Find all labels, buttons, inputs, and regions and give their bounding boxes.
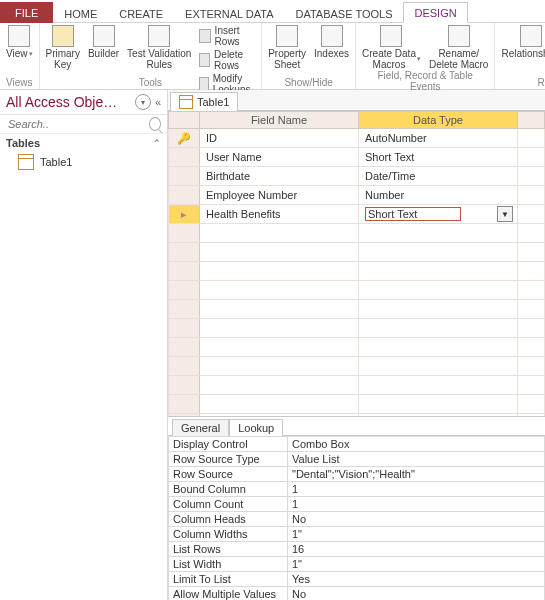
property-row[interactable]: List Rows16 [169,542,545,557]
property-value[interactable]: 1" [288,557,545,572]
macros-icon [380,25,402,47]
property-value[interactable]: 1" [288,527,545,542]
col-description[interactable] [518,112,545,129]
description-cell[interactable] [518,205,545,224]
field-row[interactable]: Birthdate Date/Time [169,167,545,186]
test-icon [148,25,170,47]
nav-menu-button[interactable]: ▾ [135,94,151,110]
search-icon[interactable] [149,117,161,131]
nav-item-table1[interactable]: Table1 [0,152,167,172]
tab-design[interactable]: DESIGN [403,2,467,23]
view-button[interactable]: View▾ [6,25,33,59]
row-selector[interactable] [169,186,200,205]
description-cell[interactable] [518,167,545,186]
property-row[interactable]: Display ControlCombo Box [169,437,545,452]
nav-collapse-button[interactable]: « [155,96,161,108]
field-grid[interactable]: Field Name Data Type 🔑 ID AutoNumber Use… [168,111,545,416]
tab-external-data[interactable]: EXTERNAL DATA [174,3,284,23]
property-row[interactable]: Bound Column1 [169,482,545,497]
row-selector-header [169,112,200,129]
property-name: Column Widths [169,527,288,542]
field-row-empty[interactable] [169,262,545,281]
field-row[interactable]: Employee Number Number [169,186,545,205]
prop-tab-general[interactable]: General [172,419,229,436]
property-value[interactable]: No [288,587,545,601]
property-row[interactable]: Column Widths1" [169,527,545,542]
data-type-cell[interactable]: Short Text [359,148,518,167]
property-value[interactable]: Value List [288,452,545,467]
data-type-cell[interactable]: Number [359,186,518,205]
property-value[interactable]: "Dental";"Vision";"Health" [288,467,545,482]
property-row[interactable]: Column HeadsNo [169,512,545,527]
data-type-cell[interactable]: AutoNumber [359,129,518,148]
dropdown-button[interactable]: ▼ [497,206,513,222]
create-data-macros-button[interactable]: Create Data Macros▾ [362,25,421,70]
indexes-button[interactable]: Indexes [314,25,349,59]
field-row-empty[interactable] [169,357,545,376]
field-row[interactable]: 🔑 ID AutoNumber [169,129,545,148]
data-type-cell[interactable]: Short Text▼ [359,205,518,224]
field-row-empty[interactable] [169,224,545,243]
doc-tab-table1[interactable]: Table1 [170,92,238,111]
field-row-empty[interactable] [169,281,545,300]
col-data-type[interactable]: Data Type [359,112,518,129]
nav-category-tables[interactable]: Tables⌃ [0,134,167,152]
field-name-cell[interactable]: ID [200,129,359,148]
field-name-cell[interactable]: Employee Number [200,186,359,205]
property-row[interactable]: Column Count1 [169,497,545,512]
property-value[interactable]: 1 [288,497,545,512]
relationships-button[interactable]: Relationships [501,25,545,59]
property-row[interactable]: List Width1" [169,557,545,572]
row-selector[interactable]: 🔑 [169,129,200,148]
property-row[interactable]: Row Source"Dental";"Vision";"Health" [169,467,545,482]
property-sheet-icon [276,25,298,47]
primary-key-button[interactable]: Primary Key [46,25,80,70]
rename-delete-macro-button[interactable]: Rename/ Delete Macro [429,25,488,70]
modify-lookups-icon [199,77,208,91]
nav-search-input[interactable] [6,117,149,131]
key-icon [52,25,74,47]
tab-database-tools[interactable]: DATABASE TOOLS [284,3,403,23]
field-row-empty[interactable] [169,319,545,338]
property-value[interactable]: 16 [288,542,545,557]
row-selector[interactable] [169,148,200,167]
field-row[interactable]: User Name Short Text [169,148,545,167]
property-value[interactable]: No [288,512,545,527]
tab-create[interactable]: CREATE [108,3,174,23]
field-row-empty[interactable] [169,300,545,319]
data-type-cell[interactable]: Date/Time [359,167,518,186]
field-name-cell[interactable]: Birthdate [200,167,359,186]
property-name: Limit To List [169,572,288,587]
property-row[interactable]: Row Source TypeValue List [169,452,545,467]
field-name-cell[interactable]: Health Benefits [200,205,359,224]
property-value[interactable]: Yes [288,572,545,587]
property-value[interactable]: 1 [288,482,545,497]
ribbon-group-events: Create Data Macros▾ Rename/ Delete Macro… [356,23,495,89]
field-name-cell[interactable]: User Name [200,148,359,167]
description-cell[interactable] [518,148,545,167]
description-cell[interactable] [518,186,545,205]
row-selector[interactable]: ▸ [169,205,200,224]
property-sheet-button[interactable]: Property Sheet [268,25,306,70]
insert-rows-button[interactable]: Insert Rows [199,25,255,47]
property-row[interactable]: Allow Multiple ValuesNo [169,587,545,601]
test-validation-button[interactable]: Test Validation Rules [127,25,191,70]
row-selector[interactable] [169,167,200,186]
delete-rows-button[interactable]: Delete Rows [199,49,255,71]
description-cell[interactable] [518,129,545,148]
builder-button[interactable]: Builder [88,25,119,59]
field-row-empty[interactable] [169,243,545,262]
field-row-empty[interactable] [169,395,545,414]
property-name: Bound Column [169,482,288,497]
property-row[interactable]: Limit To ListYes [169,572,545,587]
prop-tab-lookup[interactable]: Lookup [229,419,283,436]
field-row[interactable]: ▸ Health Benefits Short Text▼ [169,205,545,224]
tab-file[interactable]: FILE [0,2,53,23]
field-row-empty[interactable] [169,414,545,417]
tab-home[interactable]: HOME [53,3,108,23]
col-field-name[interactable]: Field Name [200,112,359,129]
nav-title[interactable]: All Access Obje… [6,94,117,110]
field-row-empty[interactable] [169,338,545,357]
field-row-empty[interactable] [169,376,545,395]
property-value[interactable]: Combo Box [288,437,545,452]
